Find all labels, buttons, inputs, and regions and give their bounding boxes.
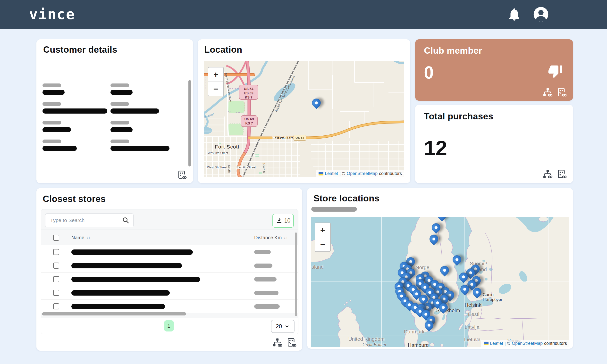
notifications-button[interactable] bbox=[506, 6, 523, 23]
club-member-card: Club member 0 bbox=[415, 39, 573, 101]
redacted-field bbox=[42, 102, 110, 114]
flow-link-icon[interactable] bbox=[542, 87, 553, 98]
search-input[interactable] bbox=[50, 217, 122, 223]
map-place-label: Eesti bbox=[468, 311, 479, 317]
redacted-name bbox=[71, 263, 182, 268]
user-avatar-button[interactable] bbox=[533, 6, 549, 23]
row-checkbox[interactable] bbox=[53, 303, 59, 309]
total-purchases-value: 12 bbox=[424, 136, 447, 160]
flow-link-icon[interactable] bbox=[542, 169, 553, 179]
card-title: Location bbox=[204, 45, 242, 55]
row-checkbox[interactable] bbox=[53, 249, 59, 255]
table-row[interactable] bbox=[41, 300, 298, 313]
redacted-field bbox=[110, 83, 178, 95]
table-vertical-scrollbar[interactable] bbox=[295, 233, 297, 316]
table-body bbox=[41, 245, 298, 313]
redacted-name bbox=[71, 277, 200, 282]
sort-icon: ↓↑ bbox=[284, 235, 288, 240]
table-row[interactable] bbox=[41, 259, 298, 273]
svg-text:US 69: US 69 bbox=[244, 91, 253, 95]
location-card: Location bbox=[198, 39, 410, 183]
search-box bbox=[45, 213, 133, 227]
location-map[interactable]: US 54 US 69 KS 7 US 69 KS 7 East Wall St… bbox=[204, 61, 404, 177]
card-title: Store locations bbox=[314, 193, 380, 204]
redacted-field bbox=[110, 140, 178, 151]
map-place-label: Hamburg bbox=[408, 342, 429, 347]
form-link-icon[interactable] bbox=[286, 338, 296, 348]
form-link-icon[interactable] bbox=[556, 169, 567, 179]
table-row[interactable] bbox=[41, 273, 298, 286]
svg-text:Fort Scott: Fort Scott bbox=[215, 144, 239, 149]
row-checkbox[interactable] bbox=[53, 290, 59, 296]
table-header: Name ↓↑ Distance Km ↓↑ bbox=[41, 230, 298, 246]
ukraine-flag-icon bbox=[318, 172, 323, 175]
zoom-in-button[interactable]: + bbox=[208, 67, 223, 81]
card-title: Club member bbox=[424, 46, 482, 56]
map-place-label: Санкт- Петербург bbox=[483, 292, 502, 302]
redacted-name bbox=[71, 290, 170, 296]
map-place-label: Lietuva bbox=[464, 337, 481, 342]
osm-link[interactable]: OpenStreetMap bbox=[512, 341, 543, 346]
svg-text:East 6th Street: East 6th Street bbox=[237, 166, 256, 169]
column-header-name[interactable]: Name ↓↑ bbox=[71, 235, 254, 240]
search-icon bbox=[122, 217, 129, 224]
svg-text:KS 7: KS 7 bbox=[245, 121, 253, 125]
thumbs-down-icon bbox=[548, 64, 563, 79]
club-member-value: 0 bbox=[424, 63, 434, 82]
customer-details-card: Customer details bbox=[36, 39, 193, 183]
svg-text:US 54: US 54 bbox=[295, 136, 304, 140]
svg-text:KS 7: KS 7 bbox=[245, 95, 252, 99]
redacted-distance bbox=[254, 304, 280, 309]
redacted-field bbox=[110, 121, 178, 132]
row-checkbox[interactable] bbox=[53, 262, 59, 269]
chevron-down-icon bbox=[284, 324, 290, 329]
map-place-label: sland bbox=[312, 264, 324, 270]
redacted-field bbox=[42, 83, 110, 95]
store-locations-map[interactable]: slandNorgeSverigeSuomi / FinlandСанкт- П… bbox=[311, 217, 569, 347]
svg-text:West 6th Street: West 6th Street bbox=[207, 166, 227, 169]
sort-icon: ↓↑ bbox=[86, 235, 90, 240]
row-checkbox[interactable] bbox=[53, 276, 59, 282]
card-title: Closest stores bbox=[43, 194, 106, 204]
map-attribution: Leaflet | © OpenStreetMap contributors bbox=[316, 170, 404, 177]
form-link-icon[interactable] bbox=[177, 170, 187, 180]
osm-link[interactable]: OpenStreetMap bbox=[347, 171, 378, 176]
select-all-checkbox[interactable] bbox=[53, 235, 59, 241]
map-attribution: Leaflet | © OpenStreetMap contributors bbox=[481, 340, 569, 347]
flow-link-icon[interactable] bbox=[272, 338, 282, 348]
svg-text:South M: South M bbox=[262, 163, 266, 173]
table-horizontal-scrollbar[interactable] bbox=[42, 312, 186, 315]
per-page-select[interactable]: 20 bbox=[271, 320, 294, 333]
leaflet-link[interactable]: Leaflet bbox=[325, 171, 338, 176]
form-link-icon[interactable] bbox=[556, 87, 567, 98]
card-scrollbar[interactable] bbox=[188, 80, 191, 167]
page-number-badge[interactable]: 1 bbox=[164, 320, 174, 331]
menu-button[interactable] bbox=[559, 6, 580, 23]
closest-stores-card: Closest stores 10 Name ↓↑ Distance bbox=[36, 188, 302, 351]
download-button[interactable]: 10 bbox=[272, 214, 294, 228]
ukraine-flag-icon bbox=[484, 342, 488, 345]
svg-text:US 54: US 54 bbox=[244, 87, 253, 91]
svg-text:South: South bbox=[227, 165, 231, 173]
redacted-distance bbox=[254, 291, 278, 295]
redacted-name bbox=[71, 304, 165, 309]
region-map-artwork bbox=[311, 217, 569, 347]
zoom-out-button[interactable]: − bbox=[208, 81, 223, 96]
table-row[interactable] bbox=[41, 245, 298, 259]
avatar-icon bbox=[533, 6, 549, 22]
redacted-distance bbox=[254, 250, 271, 254]
zoom-out-button[interactable]: − bbox=[315, 237, 330, 251]
column-header-distance[interactable]: Distance Km ↓↑ bbox=[254, 235, 298, 240]
map-place-label: Danmark bbox=[404, 329, 424, 335]
redacted-distance bbox=[254, 277, 277, 282]
redacted-field bbox=[42, 121, 110, 132]
store-locations-card: Store locations bbox=[307, 188, 573, 349]
card-title: Total purchases bbox=[424, 111, 493, 122]
map-zoom-control: + − bbox=[315, 222, 331, 252]
map-place-label: Great Britain bbox=[362, 342, 386, 347]
total-purchases-card: Total purchases 12 bbox=[415, 104, 573, 183]
table-row[interactable] bbox=[41, 286, 298, 300]
leaflet-link[interactable]: Leaflet bbox=[490, 341, 503, 346]
zoom-in-button[interactable]: + bbox=[315, 223, 330, 237]
redacted-subtitle-bar bbox=[311, 207, 357, 212]
